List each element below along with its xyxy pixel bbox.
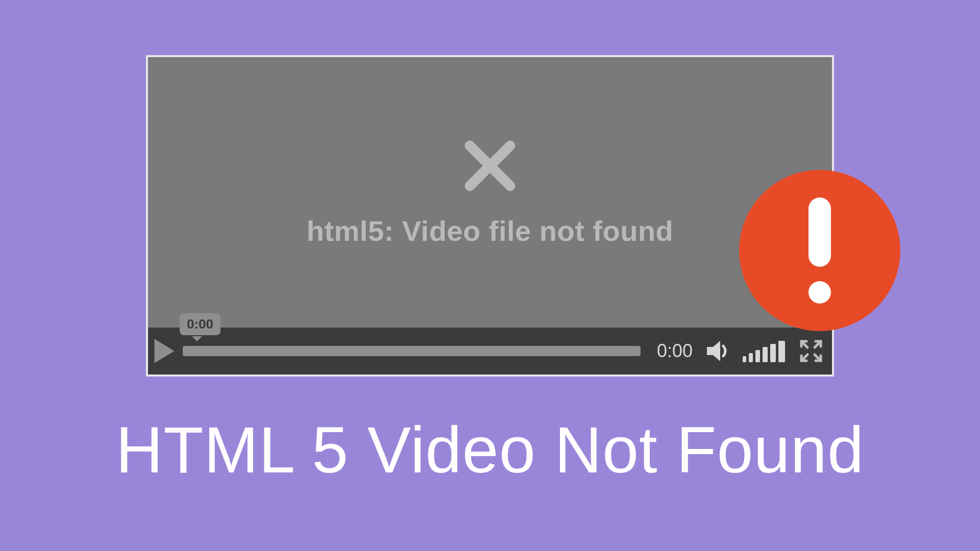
- alert-badge: [739, 170, 900, 331]
- video-controls-bar: 0:00 0:00: [148, 328, 832, 374]
- svg-marker-3: [707, 341, 720, 361]
- seek-tooltip: 0:00: [180, 313, 220, 335]
- progress-track[interactable]: [183, 346, 641, 356]
- progress-bar-zone[interactable]: 0:00: [183, 328, 641, 374]
- video-player-container: html5: Video file not found 0:00 0:00: [146, 55, 834, 377]
- svg-marker-2: [155, 339, 175, 363]
- play-button[interactable]: [153, 338, 176, 364]
- volume-button[interactable]: [706, 339, 732, 363]
- video-canvas: html5: Video file not found: [148, 57, 832, 328]
- fullscreen-button[interactable]: [799, 339, 823, 363]
- error-x-icon: [462, 138, 518, 194]
- video-player: html5: Video file not found 0:00 0:00: [146, 55, 834, 377]
- elapsed-time-label: 0:00: [657, 340, 693, 362]
- exclamation-icon: [808, 197, 831, 304]
- volume-level-bars[interactable]: [743, 340, 785, 362]
- page-headline: HTML 5 Video Not Found: [116, 412, 864, 487]
- video-error-message: html5: Video file not found: [307, 214, 674, 247]
